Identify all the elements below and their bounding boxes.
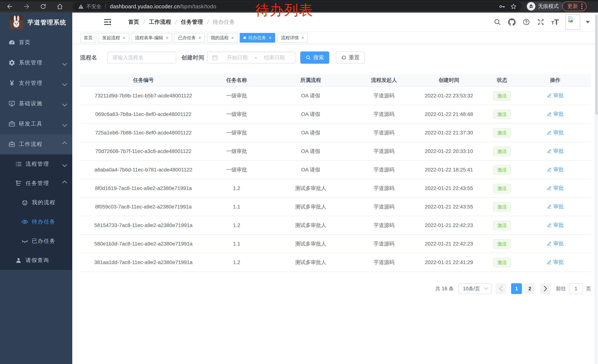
bookmark-star-icon[interactable]: [510, 3, 517, 10]
tab-close-icon[interactable]: ×: [269, 36, 271, 40]
starter-cell: 芋道源码: [355, 166, 413, 173]
breadcrumb-item-任务管理[interactable]: 任务管理: [181, 18, 203, 26]
date-range-separator: -: [254, 55, 258, 61]
page-button-2[interactable]: 2: [524, 283, 535, 294]
tab-首页[interactable]: 首页: [80, 33, 96, 43]
sidebar-item-支付管理[interactable]: ¥支付管理: [0, 73, 72, 93]
approve-link[interactable]: 审批: [547, 166, 564, 173]
task-id-cell: 73211d9d-7b9b-11ec-b5b7-acde48001122: [80, 93, 207, 99]
table-row: 73211d9d-7b9b-11ec-b5b7-acde48001122一级审批…: [80, 87, 591, 105]
back-icon[interactable]: [6, 2, 14, 11]
table-row: a6aba0a4-7b6d-11ec-b781-acde48001122一级审批…: [80, 161, 591, 179]
breadcrumb: 首页/工作流程/任务管理/待办任务: [128, 18, 235, 26]
tab-发起流程[interactable]: 发起流程×: [99, 33, 129, 43]
tab-close-icon[interactable]: ×: [231, 36, 234, 40]
sidebar-item-待办任务[interactable]: 待办任务: [0, 212, 72, 231]
tab-流程详情[interactable]: 流程详情×: [277, 33, 308, 43]
security-label[interactable]: 不安全: [86, 3, 101, 10]
tab-close-icon[interactable]: ×: [123, 36, 125, 40]
help-icon[interactable]: [523, 18, 530, 26]
tab-我的流程[interactable]: 我的流程×: [207, 33, 238, 43]
incognito-badge: 无痕模式: [526, 1, 563, 11]
sidebar-item-首页[interactable]: 首页: [0, 32, 72, 53]
user-avatar[interactable]: [565, 14, 580, 30]
tab-close-icon[interactable]: ×: [301, 36, 304, 40]
scrollbar-thumb[interactable]: [595, 15, 598, 115]
tag-tabs-bar: 首页发起流程×流程表单-编辑×已办任务×我的流程×待办任务×流程详情×: [72, 32, 598, 44]
search-icon[interactable]: [493, 18, 501, 26]
app-logo-row[interactable]: 芋道管理系统: [0, 13, 72, 32]
forward-icon[interactable]: [22, 2, 31, 11]
process-name-input[interactable]: [107, 52, 176, 64]
approve-link[interactable]: 审批: [547, 240, 564, 247]
tab-close-icon[interactable]: ×: [199, 36, 201, 40]
breadcrumb-item-首页[interactable]: 首页: [128, 18, 139, 26]
browser-update-button[interactable]: 更新: [562, 1, 587, 11]
avatar-caret-icon[interactable]: [586, 21, 590, 23]
page-size-select[interactable]: 10条/页: [458, 283, 491, 294]
prev-page-button[interactable]: [496, 283, 506, 294]
font-size-icon[interactable]: TT: [551, 18, 559, 26]
browser-menu-icon[interactable]: [581, 3, 583, 9]
reset-button[interactable]: 重置: [336, 51, 365, 64]
sidebar-item-研发工具[interactable]: 研发工具: [0, 114, 72, 134]
sidebar-item-系统管理[interactable]: 系统管理: [0, 53, 72, 73]
tab-待办任务[interactable]: 待办任务×: [240, 33, 275, 43]
sidebar-item-label: 已办任务: [32, 237, 67, 245]
starter-cell: 芋道源码: [355, 203, 413, 210]
fullscreen-icon[interactable]: [537, 18, 545, 26]
sidebar-item-任务管理[interactable]: 任务管理: [0, 174, 72, 193]
url-text[interactable]: dashboard.yudao.iocoder.cn/bpm/task/todo: [110, 4, 216, 10]
reload-icon[interactable]: [39, 2, 47, 11]
status-cell: 激活: [485, 110, 519, 119]
status-cell: 激活: [485, 91, 519, 101]
approve-link[interactable]: 审批: [547, 129, 564, 136]
page-button-1[interactable]: 1: [511, 283, 522, 294]
github-icon[interactable]: [508, 18, 516, 26]
tab-close-icon[interactable]: ×: [166, 36, 169, 40]
tab-已办任务[interactable]: 已办任务×: [174, 33, 205, 43]
page-scrollbar[interactable]: [595, 13, 598, 364]
search-button[interactable]: 搜索: [300, 51, 329, 64]
sidebar-item-已办任务[interactable]: 已办任务: [0, 231, 72, 251]
approve-link[interactable]: 审批: [547, 185, 564, 192]
create-time-label: 创建时间: [181, 54, 204, 61]
approve-link[interactable]: 审批: [547, 92, 564, 99]
breadcrumb-item-工作流程[interactable]: 工作流程: [149, 18, 171, 26]
status-cell: 激活: [485, 202, 519, 212]
status-badge: 激活: [493, 184, 511, 193]
column-header-创建时间: 创建时间: [413, 77, 485, 84]
approve-link[interactable]: 审批: [547, 222, 564, 229]
starter-cell: 芋道源码: [355, 129, 413, 136]
sidebar-item-我的流程[interactable]: 我的流程: [0, 193, 72, 212]
sidebar-item-请假查询[interactable]: 请假查询: [0, 251, 72, 270]
pen-icon: [547, 167, 552, 172]
status-badge: 激活: [493, 239, 511, 249]
pen-icon: [547, 130, 552, 135]
home-icon[interactable]: [56, 2, 64, 11]
approve-link[interactable]: 审批: [547, 111, 564, 118]
approve-link[interactable]: 审批: [547, 203, 564, 210]
approve-link[interactable]: 审批: [547, 147, 564, 155]
tab-流程表单-编辑[interactable]: 流程表单-编辑×: [131, 33, 172, 43]
starter-cell: 芋道源码: [355, 185, 413, 192]
tab-label: 流程表单-编辑: [135, 35, 163, 41]
sidebar-fold-icon[interactable]: [103, 18, 112, 26]
eye-closed-icon: [21, 237, 29, 245]
update-label: 更新: [567, 3, 578, 10]
date-range-picker[interactable]: 开始日期 - 结束日期: [207, 52, 295, 64]
starter-cell: 芋道源码: [355, 111, 413, 118]
omnibox-divider: [105, 4, 106, 9]
approve-link[interactable]: 审批: [547, 259, 564, 266]
sidebar-item-流程管理[interactable]: 流程管理: [0, 154, 72, 174]
sidebar-item-工作流程[interactable]: 工作流程: [0, 134, 72, 154]
sidebar-item-基础设施[interactable]: 基础设施: [0, 93, 72, 114]
chevron-down-icon: [62, 122, 67, 126]
password-key-icon[interactable]: [499, 3, 505, 10]
next-page-button[interactable]: [540, 283, 551, 294]
table-row: 580e1b3d-7ac8-11ec-a9e2-a2380e71991a1.1测…: [80, 235, 591, 253]
end-date-placeholder[interactable]: 结束日期: [258, 54, 291, 61]
user-icon: [15, 257, 22, 264]
goto-page-input[interactable]: [569, 283, 583, 294]
start-date-placeholder[interactable]: 开始日期: [221, 54, 254, 61]
